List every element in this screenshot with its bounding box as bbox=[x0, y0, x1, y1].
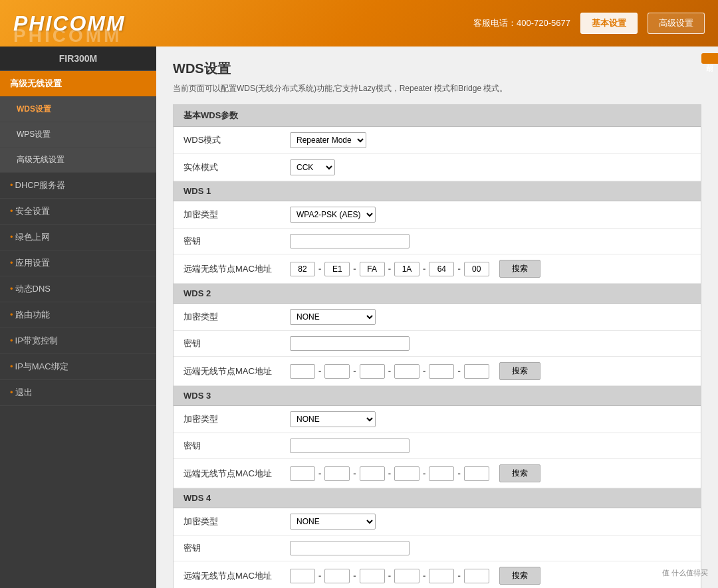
wds2-mac-1[interactable] bbox=[290, 364, 315, 379]
page-description: 当前页面可以配置WDS(无线分布式系统)功能,它支持Lazy模式，Repeate… bbox=[173, 83, 701, 94]
wds1-key-row: 密钥 bbox=[174, 229, 701, 254]
wds2-key-control bbox=[290, 336, 691, 351]
wds4-mac-1[interactable] bbox=[290, 569, 315, 583]
wds2-mac-3[interactable] bbox=[360, 364, 385, 379]
wds3-key-input[interactable] bbox=[290, 439, 410, 453]
wds3-enc-select[interactable]: NONE WPA2-PSK (AES) WEP WPA-PSK (TKIP) bbox=[290, 411, 376, 427]
wds3-mac-1[interactable] bbox=[290, 466, 315, 481]
advanced-settings-button[interactable]: 高级设置 bbox=[648, 13, 705, 34]
wds2-key-input[interactable] bbox=[290, 336, 410, 351]
wds1-mac-3[interactable] bbox=[360, 262, 385, 276]
wds1-mac-1[interactable] bbox=[290, 262, 315, 276]
wds4-sep-2: - bbox=[353, 571, 356, 581]
wds2-mac-control: - - - - - 搜索 bbox=[290, 362, 691, 380]
wds4-mac-2[interactable] bbox=[324, 569, 350, 583]
watermark: 值 什么值得买 bbox=[662, 568, 708, 578]
wds4-mac-6[interactable] bbox=[464, 569, 489, 583]
wds3-search-button[interactable]: 搜索 bbox=[499, 464, 540, 482]
wds3-mac-5[interactable] bbox=[429, 466, 454, 481]
wds4-key-input[interactable] bbox=[290, 541, 410, 555]
section-wds4: WDS 4 bbox=[174, 488, 701, 508]
sidebar-item-security[interactable]: •安全设置 bbox=[0, 199, 156, 225]
wds3-mac-2[interactable] bbox=[324, 466, 350, 481]
wds-form: 基本WDS参数 WDS模式 Repeater Mode Lazy Mode Br… bbox=[173, 104, 701, 588]
wds1-sep-4: - bbox=[423, 264, 425, 274]
wds4-sep-1: - bbox=[318, 571, 321, 581]
sidebar-item-ip-mac[interactable]: •IP与MAC绑定 bbox=[0, 354, 156, 380]
sidebar-item-dhcp[interactable]: •DHCP服务器 bbox=[0, 173, 156, 199]
wds2-enc-select[interactable]: NONE WPA2-PSK (AES) WEP WPA-PSK (TKIP) bbox=[290, 309, 376, 325]
wds3-mac-control: - - - - - 搜索 bbox=[290, 464, 691, 482]
wds1-enc-select[interactable]: WPA2-PSK (AES) NONE WEP WPA-PSK (TKIP) bbox=[290, 207, 376, 223]
sidebar-item-wds[interactable]: WDS设置 bbox=[0, 97, 156, 122]
wds4-enc-control: NONE WPA2-PSK (AES) WEP WPA-PSK (TKIP) bbox=[290, 514, 691, 530]
sidebar-item-logout[interactable]: •退出 bbox=[0, 380, 156, 406]
wds4-mac-label: 远端无线节点MAC地址 bbox=[183, 570, 290, 582]
wds1-mac-5[interactable] bbox=[429, 262, 454, 276]
wds1-mac-row: 远端无线节点MAC地址 - - - - - 搜索 bbox=[174, 254, 701, 284]
wds2-enc-label: 加密类型 bbox=[183, 311, 290, 323]
sidebar-item-app-settings[interactable]: •应用设置 bbox=[0, 250, 156, 276]
wds2-mac-row: 远端无线节点MAC地址 - - - - - 搜索 bbox=[174, 357, 701, 386]
wds2-mac-4[interactable] bbox=[394, 364, 419, 379]
section-basic-params: 基本WDS参数 bbox=[174, 105, 701, 127]
wds3-mac-3[interactable] bbox=[360, 466, 385, 481]
wds2-mac-6[interactable] bbox=[464, 364, 489, 379]
logo-area: PHICOMM PHICOMM bbox=[13, 11, 126, 36]
section-wds1: WDS 1 bbox=[174, 181, 701, 201]
wds4-mac-row: 远端无线节点MAC地址 - - - - - 搜索 bbox=[174, 561, 701, 588]
wds1-key-label: 密钥 bbox=[183, 235, 290, 247]
wds2-sep-3: - bbox=[388, 366, 391, 376]
wds1-search-button[interactable]: 搜索 bbox=[499, 260, 540, 278]
wds3-mac-label: 远端无线节点MAC地址 bbox=[183, 468, 290, 480]
main-layout: FIR300M 高级无线设置 WDS设置 WPS设置 高级无线设置 •DHCP服… bbox=[0, 47, 718, 588]
wds2-sep-5: - bbox=[457, 366, 460, 376]
wds1-mac-2[interactable] bbox=[324, 262, 350, 276]
wds4-sep-3: - bbox=[388, 571, 391, 581]
wds4-enc-select[interactable]: NONE WPA2-PSK (AES) WEP WPA-PSK (TKIP) bbox=[290, 514, 376, 530]
wds3-key-row: 密钥 bbox=[174, 433, 701, 459]
section-wds2: WDS 2 bbox=[174, 284, 701, 304]
sidebar-item-dynamic-dns[interactable]: •动态DNS bbox=[0, 276, 156, 302]
wds1-mac-control: - - - - - 搜索 bbox=[290, 260, 691, 278]
wds4-mac-4[interactable] bbox=[394, 569, 419, 583]
sidebar-item-wps[interactable]: WPS设置 bbox=[0, 122, 156, 147]
wds2-enc-row: 加密类型 NONE WPA2-PSK (AES) WEP WPA-PSK (TK… bbox=[174, 304, 701, 331]
sidebar-item-advanced-wireless[interactable]: 高级无线设置 bbox=[0, 71, 156, 97]
sidebar-item-routing[interactable]: •路由功能 bbox=[0, 302, 156, 328]
sidebar-item-bandwidth[interactable]: •IP带宽控制 bbox=[0, 328, 156, 354]
wds1-key-input[interactable] bbox=[290, 234, 410, 248]
wds2-sep-4: - bbox=[423, 366, 425, 376]
wds1-sep-2: - bbox=[353, 264, 356, 274]
wds4-enc-row: 加密类型 NONE WPA2-PSK (AES) WEP WPA-PSK (TK… bbox=[174, 508, 701, 536]
wds2-mac-2[interactable] bbox=[324, 364, 350, 379]
wds3-mac-4[interactable] bbox=[394, 466, 419, 481]
wds4-sep-5: - bbox=[457, 571, 460, 581]
wds2-key-row: 密钥 bbox=[174, 331, 701, 357]
wds4-mac-5[interactable] bbox=[429, 569, 454, 583]
basic-settings-button[interactable]: 基本设置 bbox=[580, 13, 638, 34]
wds3-sep-1: - bbox=[318, 468, 321, 478]
wds3-mac-row: 远端无线节点MAC地址 - - - - - 搜索 bbox=[174, 459, 701, 488]
wds3-sep-4: - bbox=[423, 468, 425, 478]
logo-subtitle: PHICOMM bbox=[13, 25, 122, 47]
phy-mode-select[interactable]: CCK OFDM bbox=[290, 159, 335, 175]
help-tab[interactable]: 帮助 bbox=[701, 53, 718, 64]
wds4-key-control bbox=[290, 541, 691, 555]
sidebar-item-advanced-wireless-2[interactable]: 高级无线设置 bbox=[0, 147, 156, 173]
wds2-mac-5[interactable] bbox=[429, 364, 454, 379]
wds2-search-button[interactable]: 搜索 bbox=[499, 362, 540, 380]
wds2-sep-1: - bbox=[318, 366, 321, 376]
wds1-sep-1: - bbox=[318, 264, 321, 274]
wds-mode-select[interactable]: Repeater Mode Lazy Mode Bridge Mode bbox=[290, 132, 366, 148]
wds3-sep-3: - bbox=[388, 468, 391, 478]
sidebar-item-green-web[interactable]: •绿色上网 bbox=[0, 225, 156, 250]
phy-mode-control: CCK OFDM bbox=[290, 159, 691, 175]
wds1-mac-6[interactable] bbox=[464, 262, 489, 276]
wds3-mac-6[interactable] bbox=[464, 466, 489, 481]
wds1-mac-4[interactable] bbox=[394, 262, 419, 276]
wds4-search-button[interactable]: 搜索 bbox=[499, 567, 540, 585]
wds3-key-label: 密钥 bbox=[183, 440, 290, 452]
wds4-mac-3[interactable] bbox=[360, 569, 385, 583]
wds-mode-row: WDS模式 Repeater Mode Lazy Mode Bridge Mod… bbox=[174, 127, 701, 154]
